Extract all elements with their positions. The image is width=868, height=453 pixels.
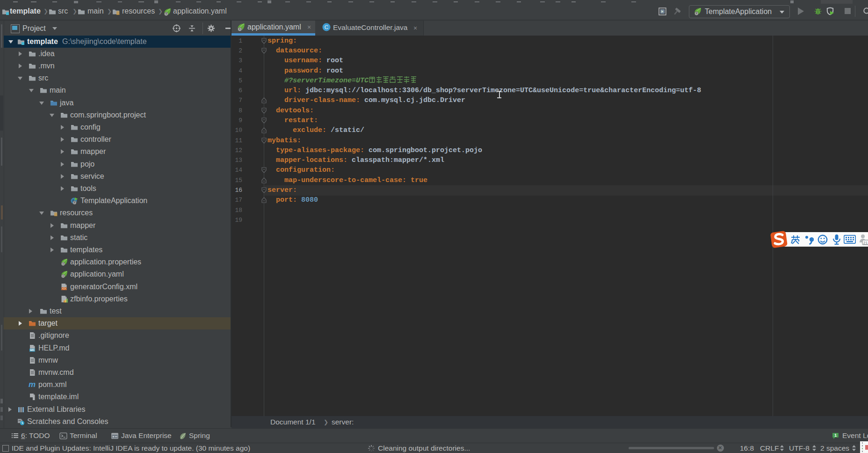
svg-text:21: 21 [863, 241, 868, 245]
